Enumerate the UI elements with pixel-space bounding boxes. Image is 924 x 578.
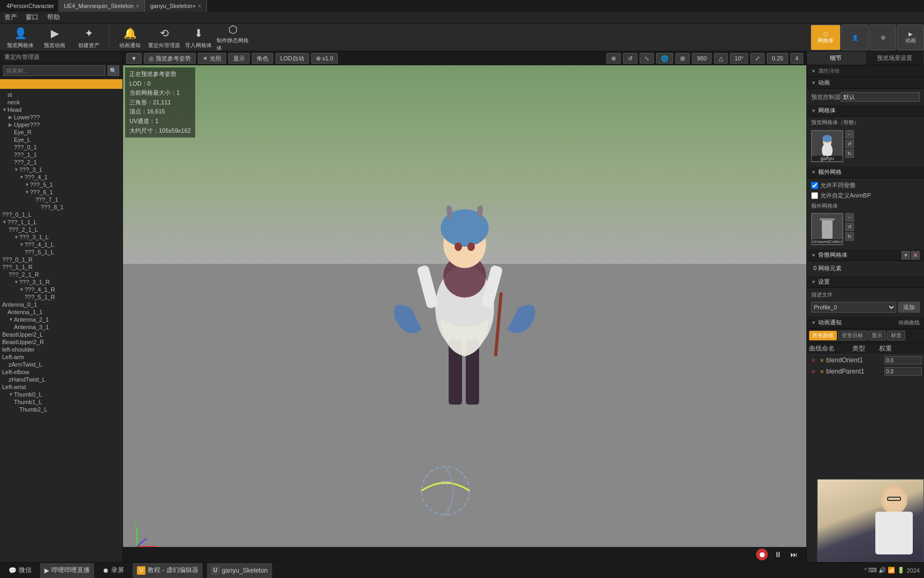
filter-all-btn[interactable]: 所有曲线 xyxy=(809,331,837,340)
list-item[interactable]: ???_1_1_R xyxy=(0,263,122,271)
tree-item-head[interactable]: ▼Head xyxy=(0,106,122,113)
section-skeleton-mesh[interactable]: 骨骼网格体 + ✕ xyxy=(807,249,924,261)
search-input[interactable] xyxy=(3,65,105,76)
filter-show-btn[interactable]: 显示 xyxy=(868,331,886,340)
list-item[interactable]: st xyxy=(0,91,122,98)
skeleton-mesh-add[interactable]: + xyxy=(902,251,910,260)
section-mesh[interactable]: 网格体 xyxy=(807,105,924,117)
search-button[interactable]: 🔍 xyxy=(107,65,119,76)
record-button[interactable]: ⏺ xyxy=(756,549,768,560)
rt-btn-settings[interactable]: ⚙ xyxy=(869,25,896,50)
status-record[interactable]: ⏺ 录屏 xyxy=(98,563,128,578)
menu-window[interactable]: 窗口 xyxy=(26,13,38,22)
tab-ganyu[interactable]: ganyu_Skeleton+ × xyxy=(145,0,207,12)
status-wechat[interactable]: 💬 微信 xyxy=(4,563,36,578)
list-item[interactable]: Left-arm xyxy=(0,353,122,361)
thumb-next-btn[interactable]: ↻ xyxy=(845,149,854,158)
list-item[interactable]: Eye_R xyxy=(0,128,122,136)
section-details[interactable]: 属性详情 xyxy=(807,65,924,77)
list-item[interactable]: ???_2_1_L xyxy=(0,226,122,233)
rt-btn-anim[interactable]: ▶ 动画 xyxy=(897,25,924,50)
list-item[interactable]: Left-elbow xyxy=(0,368,122,376)
list-item[interactable]: Eye_L xyxy=(0,136,122,143)
list-item[interactable]: ???_2_1 xyxy=(0,158,122,166)
morph-del2-2[interactable]: ✕ xyxy=(818,367,826,376)
status-ganyu[interactable]: U ganyu_Skeleton xyxy=(207,563,272,578)
morph-del2-1[interactable]: ✕ xyxy=(818,356,826,364)
list-item[interactable]: ▼???_1_1_L xyxy=(0,218,122,226)
menu-help[interactable]: 帮助 xyxy=(47,13,60,22)
thumb-reset-btn[interactable]: ↺ xyxy=(845,140,854,148)
vp-grid-btn[interactable]: ⊞ xyxy=(675,53,690,64)
list-item[interactable]: Thumb2_L xyxy=(0,406,122,413)
extra-thumb-reset[interactable]: ↺ xyxy=(845,223,854,231)
vp-dropdown-btn[interactable]: ▼ xyxy=(126,53,142,64)
list-item[interactable]: ▼???_3_1 xyxy=(0,166,122,173)
vp-char-btn[interactable]: 角色 xyxy=(252,53,273,64)
toolbar-import-mesh[interactable]: ⬇ 导入网格体 xyxy=(182,25,214,50)
list-item[interactable]: ???_2_1_R xyxy=(0,271,122,278)
extra-thumb-prev[interactable]: ← xyxy=(845,213,854,222)
pause-button[interactable]: ⏸ xyxy=(772,549,784,560)
section-settings[interactable]: 设置 xyxy=(807,276,924,288)
vp-light-btn[interactable]: ☀ 光照 xyxy=(198,53,226,64)
tab-ganyu-close[interactable]: × xyxy=(198,3,201,9)
tab-details[interactable]: 细节 xyxy=(807,51,866,65)
skeleton-mesh-remove[interactable]: ✕ xyxy=(911,251,920,260)
vp-angle-icon[interactable]: △ xyxy=(714,53,728,64)
section-animation[interactable]: 动画 xyxy=(807,77,924,89)
list-item[interactable]: ▼???_5_1 xyxy=(0,181,122,188)
section-anim-notify[interactable]: 动画通知 动画曲线 xyxy=(807,317,924,329)
vp-preview-btn[interactable]: ◎ 预览参考姿势 xyxy=(144,53,196,64)
vp-move-btn[interactable]: ⊕ xyxy=(606,53,621,64)
next-button[interactable]: ⏭ xyxy=(788,549,800,560)
vp-rotate-btn[interactable]: ↺ xyxy=(623,53,637,64)
filter-material-btn[interactable]: 材质 xyxy=(887,331,905,340)
list-item[interactable]: ???_5_1_L xyxy=(0,248,122,256)
toolbar-preview-mesh[interactable]: 👤 预览网格体 xyxy=(4,25,36,50)
list-item[interactable]: zHandTwist_L xyxy=(0,376,122,383)
add-profile-btn[interactable]: 添加 xyxy=(898,302,920,313)
filter-morph-btn[interactable]: 变形目标 xyxy=(838,331,867,340)
toolbar-retarget[interactable]: ⟲ 重定向管理器 xyxy=(148,25,180,50)
vp-scale2-btn[interactable]: ⤡ xyxy=(640,53,654,64)
toolbar-anim-notify[interactable]: 🔔 动画通知 xyxy=(114,25,146,50)
list-item[interactable]: Antenna_0_1 xyxy=(0,301,122,308)
list-item[interactable]: ▼???_3_1_R xyxy=(0,278,122,286)
status-tutorial[interactable]: U 教程 - 虚幻编辑器 xyxy=(133,563,203,578)
tree-item-shoulder[interactable]: left-shoulder xyxy=(0,346,122,353)
list-item[interactable]: ▶Lower??? xyxy=(0,113,122,121)
vp-scale-btn[interactable]: ⊕ x1.0 xyxy=(311,53,338,64)
list-item[interactable]: ▼???_4_1_L xyxy=(0,241,122,248)
morph-weight-1[interactable] xyxy=(884,356,922,364)
tab-mannequin-close[interactable]: × xyxy=(136,3,139,9)
vp-scale-icon[interactable]: ⤢ xyxy=(750,53,765,64)
toolbar-create-asset[interactable]: ✦ 创建资产 xyxy=(73,25,105,50)
toolbar-make-static[interactable]: ⬡ 制作静态网格体 xyxy=(217,25,249,50)
list-item[interactable]: ▼???_6_1 xyxy=(0,188,122,196)
list-item[interactable]: ???_8_1 xyxy=(0,203,122,211)
toolbar-preview-anim[interactable]: ▶ 预览动画 xyxy=(38,25,71,50)
morph-del-1[interactable]: ✕ xyxy=(809,356,818,364)
list-item[interactable]: ▼Thumb0_L xyxy=(0,391,122,398)
allow-custom-bp-cb[interactable] xyxy=(811,192,818,199)
list-item[interactable]: ???_0_1_L xyxy=(0,211,122,218)
list-item[interactable]: BeastUpper2_L xyxy=(0,331,122,338)
status-bilibili[interactable]: ▶ 哔哩哔哩直播 xyxy=(40,563,94,578)
list-item[interactable]: ???_1_1 xyxy=(0,151,122,158)
list-item[interactable]: Thumb1_L xyxy=(0,398,122,406)
list-item[interactable]: neck xyxy=(0,98,122,106)
preview-controller-input[interactable] xyxy=(841,92,920,102)
morph-del-2[interactable]: ✕ xyxy=(809,367,818,376)
section-extra-mesh[interactable]: 额外网格 xyxy=(807,166,924,178)
list-item[interactable]: ▼???_4_1_R xyxy=(0,286,122,293)
list-item[interactable]: ▶Upper??? xyxy=(0,121,122,128)
rt-btn-mesh[interactable]: ⬡ 网格体 xyxy=(811,25,841,50)
list-item[interactable]: ???_5_1_R xyxy=(0,293,122,301)
list-item[interactable]: ???_0_1 xyxy=(0,143,122,151)
list-item[interactable]: ▼Antenna_2_1 xyxy=(0,316,122,323)
list-item[interactable]: Left-wrist xyxy=(0,383,122,391)
list-item[interactable]: zArmTwist_L xyxy=(0,361,122,368)
list-item[interactable]: ▼???_4_1 xyxy=(0,173,122,181)
rt-btn-person[interactable]: 👤 xyxy=(842,25,868,50)
